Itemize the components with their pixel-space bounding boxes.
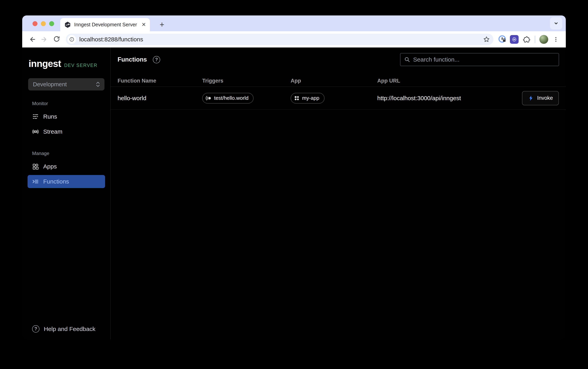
section-label-monitor: Monitor <box>32 101 110 106</box>
traffic-lights <box>32 21 54 26</box>
sidebar-item-label: Stream <box>43 128 63 135</box>
help-and-feedback[interactable]: ? Help and Feedback <box>32 325 110 333</box>
apps-icon <box>32 163 39 170</box>
sidebar-item-stream[interactable]: Stream <box>28 125 105 138</box>
sidebar-item-label: Apps <box>43 163 57 170</box>
forward-button[interactable] <box>39 34 50 45</box>
page-title: Functions <box>117 56 147 63</box>
purple-extension-icon[interactable] <box>509 34 519 44</box>
app-url-cell[interactable]: http://localhost:3000/api/inngest <box>377 95 522 101</box>
column-function-name: Function Name <box>117 78 202 84</box>
app-badge[interactable]: my-app <box>291 93 325 104</box>
runs-icon <box>32 113 39 120</box>
tab-title: Inngest Development Server <box>74 22 138 28</box>
search-icon <box>404 56 410 63</box>
invoke-label: Invoke <box>537 95 553 101</box>
column-app-url: App URL <box>377 78 559 84</box>
sidebar-item-label: Functions <box>43 178 69 185</box>
page-content: inngest DEV SERVER Development Monitor R… <box>22 48 566 339</box>
inngest-favicon-icon <box>64 21 71 28</box>
search-box[interactable] <box>400 53 559 66</box>
search-input[interactable] <box>413 56 555 63</box>
sidebar-item-label: Runs <box>43 113 57 120</box>
environment-select-value: Development <box>33 81 67 88</box>
new-tab-button[interactable]: + <box>156 18 168 31</box>
lightning-bolt-icon <box>528 95 534 101</box>
extensions-puzzle-icon[interactable] <box>521 34 531 44</box>
password-manager-extension-icon[interactable] <box>497 34 507 44</box>
kebab-menu-icon <box>552 36 559 43</box>
main-panel: Functions ? Function Name Triggers App A… <box>111 48 566 339</box>
arrow-right-icon <box>41 35 48 43</box>
trigger-badge[interactable]: test/hello.world <box>202 93 253 104</box>
profile-avatar[interactable] <box>539 34 549 44</box>
select-chevrons-icon <box>95 80 101 88</box>
table-header: Function Name Triggers App App URL <box>111 71 566 87</box>
tab-search-button[interactable] <box>550 17 562 30</box>
table-row[interactable]: hello-world test/hello.world <box>111 87 566 110</box>
column-triggers: Triggers <box>202 78 291 84</box>
browser-tab[interactable]: Inngest Development Server ✕ <box>60 18 150 31</box>
browser-window: Inngest Development Server ✕ + <box>22 15 566 339</box>
browser-toolbar: localhost:8288/functions <box>22 31 566 48</box>
reload-button[interactable] <box>52 34 62 45</box>
minimize-window-button[interactable] <box>41 21 46 26</box>
inngest-logo: inngest DEV SERVER <box>29 58 105 69</box>
trigger-label: test/hello.world <box>214 95 248 101</box>
address-bar[interactable]: localhost:8288/functions <box>66 34 494 45</box>
close-window-button[interactable] <box>32 21 37 26</box>
reload-icon <box>53 35 61 43</box>
sidebar: inngest DEV SERVER Development Monitor R… <box>22 48 111 339</box>
help-icon: ? <box>32 325 40 333</box>
info-circle-icon <box>69 36 75 43</box>
zoom-window-button[interactable] <box>49 21 54 26</box>
tab-close-icon[interactable]: ✕ <box>142 21 146 28</box>
section-label-manage: Manage <box>32 151 110 156</box>
browser-menu-button[interactable] <box>551 34 561 45</box>
sidebar-item-functions[interactable]: Functions <box>28 175 105 188</box>
tab-strip: Inngest Development Server ✕ + <box>22 15 566 31</box>
dev-server-badge: DEV SERVER <box>64 63 97 68</box>
app-label: my-app <box>302 95 319 101</box>
function-name-cell[interactable]: hello-world <box>117 95 202 101</box>
environment-select[interactable]: Development <box>28 78 105 90</box>
logo-text: inngest <box>29 58 61 69</box>
chevron-down-icon <box>553 20 560 27</box>
functions-help-icon[interactable]: ? <box>153 56 160 63</box>
sidebar-item-apps[interactable]: Apps <box>28 160 105 173</box>
sidebar-item-runs[interactable]: Runs <box>28 110 105 123</box>
back-button[interactable] <box>27 34 37 45</box>
url-text[interactable]: localhost:8288/functions <box>79 36 480 43</box>
event-trigger-icon <box>205 95 212 101</box>
toolbar-separator <box>535 36 535 43</box>
stream-icon <box>32 128 39 135</box>
invoke-button[interactable]: Invoke <box>522 91 559 105</box>
column-app: App <box>291 78 377 84</box>
site-info-button[interactable] <box>67 35 76 44</box>
bookmark-star-icon[interactable] <box>483 36 490 43</box>
arrow-left-icon <box>28 35 36 43</box>
help-label: Help and Feedback <box>44 326 95 332</box>
functions-icon <box>32 178 39 185</box>
main-header: Functions ? <box>111 48 566 71</box>
app-grid-icon <box>294 95 300 101</box>
